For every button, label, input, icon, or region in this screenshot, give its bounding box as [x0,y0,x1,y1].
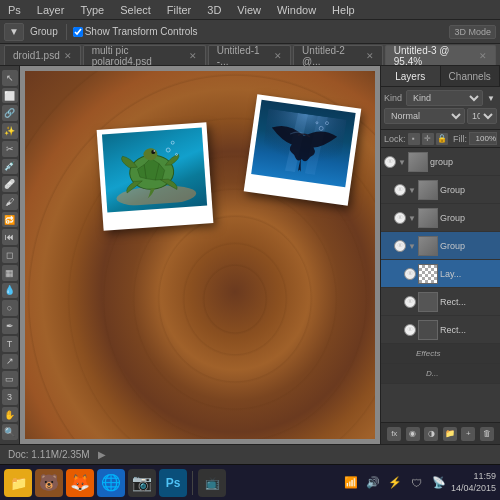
tool-text[interactable]: T [2,336,18,352]
tab-untitled1[interactable]: Untitled-1 -... ✕ [208,45,291,65]
tool-eyedrop[interactable]: 💉 [2,159,18,175]
layer-visibility-group3[interactable]: 👁 [394,240,406,252]
status-arrow[interactable]: ▶ [98,449,106,460]
tray-icon-3[interactable]: ⚡ [385,473,405,493]
new-group-button[interactable]: 📁 [443,427,457,441]
tool-zoom[interactable]: 🔍 [2,424,18,440]
taskbar-camera[interactable]: 📷 [128,469,156,497]
tool-crop[interactable]: ✂ [2,141,18,157]
layer-item-rect2[interactable]: 👁 Rect... [381,316,500,344]
layer-item-group3[interactable]: 👁 ▼ Group [381,232,500,260]
tab-multipic[interactable]: multi pic polaroid4.psd ✕ [83,45,206,65]
layer-item-rect1[interactable]: 👁 Rect... [381,288,500,316]
menu-layer[interactable]: Layer [33,0,69,19]
tab-untitled2-close[interactable]: ✕ [366,51,374,61]
layer-item-group1[interactable]: 👁 ▼ Group [381,176,500,204]
fill-label: Fill: [453,134,467,144]
show-transform-input[interactable] [73,27,83,37]
tab-untitled3-close[interactable]: ✕ [479,51,487,61]
polaroid-manta[interactable] [244,94,362,206]
layer-visibility-rect2[interactable]: 👁 [404,324,416,336]
tab-untitled2[interactable]: Untitled-2 @... ✕ [293,45,383,65]
layer-expand-group-root[interactable]: ▼ [398,158,406,166]
fill-input[interactable] [469,132,497,145]
tray-icon-1[interactable]: 📶 [341,473,361,493]
lock-pixels[interactable]: ▪ [408,133,420,145]
tool-lasso[interactable]: 🔗 [2,105,18,121]
tool-pen[interactable]: ✒ [2,318,18,334]
tray-icon-4[interactable]: 🛡 [407,473,427,493]
tray-icon-2[interactable]: 🔊 [363,473,383,493]
tool-path[interactable]: ↗ [2,354,18,370]
tool-clone[interactable]: 🔂 [2,212,18,228]
panel-tab-channels[interactable]: Channels [441,66,501,86]
taskbar-folder[interactable]: 📁 [4,469,32,497]
toolbar-group-label: Group [28,26,60,37]
taskbar-explorer[interactable]: 🐻 [35,469,63,497]
polaroid-turtle[interactable] [97,122,214,230]
lock-all[interactable]: 🔒 [436,133,448,145]
menu-filter[interactable]: Filter [163,0,195,19]
blend-mode-select[interactable]: Normal [384,108,465,124]
tool-3d[interactable]: 3 [2,389,18,405]
opacity-select[interactable]: 100% [467,108,497,124]
menu-select[interactable]: Select [116,0,155,19]
add-mask-button[interactable]: ◉ [406,427,420,441]
canvas-container[interactable] [20,66,380,444]
layer-name-group2: Group [440,213,497,223]
layer-visibility-group-root[interactable]: 👁 [384,156,396,168]
tool-erase[interactable]: ◻ [2,247,18,263]
taskbar-misc1[interactable]: 📺 [198,469,226,497]
layer-visibility-layer[interactable]: 👁 [404,268,416,280]
layer-item-group-root[interactable]: 👁 ▼ group [381,148,500,176]
tool-history[interactable]: ⏮ [2,229,18,245]
tray-icon-5[interactable]: 📡 [429,473,449,493]
delete-layer-button[interactable]: 🗑 [480,427,494,441]
tool-wand[interactable]: ✨ [2,123,18,139]
3d-mode-button[interactable]: 3D Mode [449,25,496,39]
panel-tab-layers[interactable]: Layers [381,66,441,86]
tool-blur[interactable]: 💧 [2,283,18,299]
layer-expand-group3[interactable]: ▼ [408,242,416,250]
tool-brush[interactable]: 🖌 [2,194,18,210]
layer-visibility-group2[interactable]: 👁 [394,212,406,224]
tool-move[interactable]: ↖ [2,70,18,86]
layer-visibility-group1[interactable]: 👁 [394,184,406,196]
taskbar-chrome[interactable]: 🌐 [97,469,125,497]
layer-effects[interactable]: Effects [381,344,500,364]
tool-hand[interactable]: ✋ [2,407,18,423]
menu-3d[interactable]: 3D [203,0,225,19]
new-fill-button[interactable]: ◑ [424,427,438,441]
tool-shape[interactable]: ▭ [2,371,18,387]
layer-visibility-rect1[interactable]: 👁 [404,296,416,308]
kind-select[interactable]: Kind [406,90,483,106]
menu-ps[interactable]: Ps [4,0,25,19]
tab-droid1[interactable]: droid1.psd ✕ [4,45,81,65]
tool-heal[interactable]: 🩹 [2,176,18,192]
taskbar-firefox[interactable]: 🦊 [66,469,94,497]
new-style-button[interactable]: fx [387,427,401,441]
menu-type[interactable]: Type [76,0,108,19]
lock-position[interactable]: ✛ [422,133,434,145]
menu-view[interactable]: View [233,0,265,19]
tool-gradient[interactable]: ▦ [2,265,18,281]
tab-untitled2-label: Untitled-2 @... [302,45,362,67]
tab-droid1-close[interactable]: ✕ [64,51,72,61]
menu-window[interactable]: Window [273,0,320,19]
tool-dodge[interactable]: ○ [2,300,18,316]
menu-help[interactable]: Help [328,0,359,19]
tab-untitled1-close[interactable]: ✕ [274,51,282,61]
tool-select[interactable]: ⬜ [2,88,18,104]
layer-expand-group1[interactable]: ▼ [408,186,416,194]
toolbar-select[interactable]: ▼ [4,23,24,41]
layer-item-group2[interactable]: 👁 ▼ Group [381,204,500,232]
layer-name-layer: Lay... [440,269,497,279]
layer-item-layer[interactable]: 👁 Lay... [381,260,500,288]
show-transform-checkbox[interactable]: Show Transform Controls [73,26,198,37]
layer-expand-group2[interactable]: ▼ [408,214,416,222]
tab-untitled3[interactable]: Untitled-3 @ 95.4% ✕ [385,45,496,65]
new-layer-button[interactable]: + [461,427,475,441]
tab-multipic-close[interactable]: ✕ [189,51,197,61]
layer-effect-drop[interactable]: D... [381,364,500,384]
taskbar-ps[interactable]: Ps [159,469,187,497]
